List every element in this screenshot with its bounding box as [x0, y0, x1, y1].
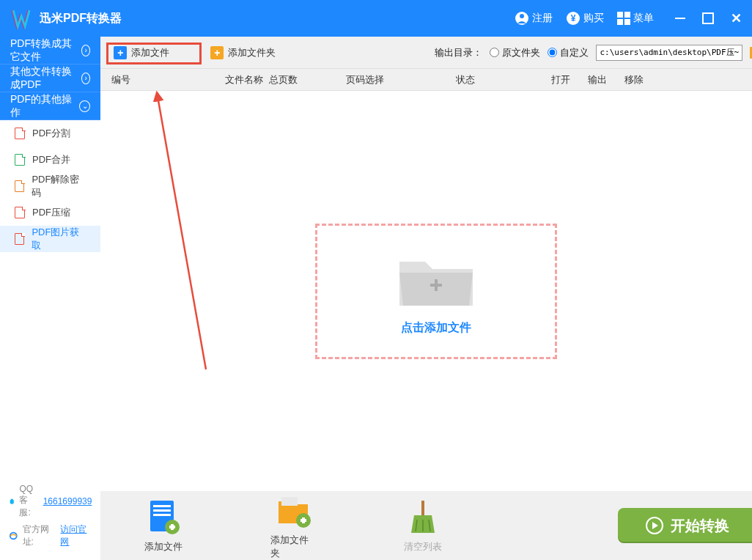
sidebar-item-unlock[interactable]: PDF解除密码: [0, 173, 100, 199]
buy-label: 购买: [583, 12, 604, 25]
drop-box[interactable]: 点击添加文件: [315, 224, 557, 359]
col-open: 打开: [551, 73, 588, 86]
sidebar-item-merge[interactable]: PDF合并: [0, 147, 100, 173]
qq-icon: [9, 495, 15, 507]
file-icon: [15, 180, 24, 192]
sidebar-group-label: PDF转换成其它文件: [10, 37, 81, 64]
col-number: 编号: [108, 73, 144, 86]
plus-icon: +: [114, 46, 127, 59]
svg-rect-9: [435, 279, 438, 291]
register-label: 注册: [532, 12, 553, 25]
play-icon: [646, 517, 663, 534]
ie-icon: [9, 531, 18, 541]
sidebar-group-pdf-ops[interactable]: PDF的其他操作 ⌄: [0, 92, 100, 120]
title-bar: 迅米PDF转换器 注册 ¥ 购买 菜单: [0, 0, 752, 37]
svg-point-6: [10, 533, 17, 539]
col-filename: 文件名称: [144, 73, 269, 86]
menu-label: 菜单: [633, 12, 654, 25]
sidebar-group-label: PDF的其他操作: [10, 93, 79, 119]
col-output: 输出: [588, 73, 624, 86]
qq-number-link[interactable]: 1661699939: [43, 496, 92, 506]
start-label: 开始转换: [671, 516, 729, 536]
radio-custom[interactable]: 自定义: [548, 46, 589, 59]
file-icon: [15, 233, 24, 245]
svg-text:¥: ¥: [571, 13, 576, 23]
sidebar-item-compress[interactable]: PDF压缩: [0, 199, 100, 226]
add-folder-label: 添加文件夹: [228, 46, 276, 59]
sidebar-item-label: PDF压缩: [32, 206, 70, 219]
qq-label: QQ 客服:: [19, 484, 38, 519]
col-status: 状态: [456, 73, 551, 86]
bottom-clear-button[interactable]: 清空列表: [404, 498, 442, 553]
svg-point-1: [520, 14, 524, 18]
svg-rect-11: [153, 505, 171, 507]
content-area: + 添加文件 + 添加文件夹 输出目录： 原文件夹 自定义 编号 文件名称: [100, 37, 752, 560]
output-path-input[interactable]: [596, 45, 742, 61]
bottom-btn-label: 添加文件夹: [270, 534, 316, 560]
file-icon: [15, 207, 25, 218]
radio-label: 原文件夹: [502, 46, 540, 59]
toolbar: + 添加文件 + 添加文件夹 输出目录： 原文件夹 自定义: [100, 37, 752, 69]
plus-icon: +: [210, 46, 224, 59]
sidebar-group-other-to-pdf[interactable]: 其他文件转换成PDF ›: [0, 65, 100, 92]
sidebar-item-label: PDF合并: [32, 153, 70, 166]
sidebar-footer: QQ 客服: 1661699939 官方网址: 访问官网: [0, 476, 100, 560]
site-link[interactable]: 访问官网: [60, 523, 92, 548]
svg-rect-12: [153, 509, 171, 512]
sidebar-item-split[interactable]: PDF分割: [0, 120, 100, 147]
broom-icon: [404, 498, 442, 536]
file-icon: [15, 128, 25, 139]
svg-line-7: [157, 92, 206, 369]
svg-rect-13: [153, 514, 171, 516]
chevron-right-icon: ›: [81, 73, 91, 84]
col-pages: 总页数: [269, 73, 346, 86]
file-icon: [15, 154, 25, 166]
svg-rect-21: [421, 501, 424, 515]
sidebar-item-extract-images[interactable]: PDF图片获取: [0, 226, 100, 252]
maximize-button[interactable]: [702, 12, 714, 24]
start-convert-button[interactable]: 开始转换: [618, 508, 752, 543]
drop-area: 点击添加文件: [100, 91, 752, 491]
sidebar-item-label: PDF图片获取: [32, 226, 86, 252]
drop-label: 点击添加文件: [401, 320, 471, 336]
add-folder-button[interactable]: + 添加文件夹: [204, 43, 281, 62]
bottom-btn-label: 清空列表: [404, 540, 442, 553]
app-title: 迅米PDF转换器: [40, 11, 122, 26]
sidebar: PDF转换成其它文件 › 其他文件转换成PDF › PDF的其他操作 ⌄ PDF…: [0, 37, 100, 560]
add-file-label: 添加文件: [131, 46, 169, 59]
col-page-select: 页码选择: [346, 73, 456, 86]
bottom-add-file-button[interactable]: 添加文件: [144, 498, 183, 553]
output-label: 输出目录：: [435, 46, 482, 59]
buy-button[interactable]: ¥ 购买: [566, 11, 604, 26]
chevron-down-icon: ⌄: [79, 100, 90, 112]
add-folder-icon: [274, 491, 312, 529]
sidebar-group-pdf-to-other[interactable]: PDF转换成其它文件 ›: [0, 37, 100, 65]
svg-rect-17: [281, 497, 298, 506]
svg-point-5: [10, 499, 13, 502]
chevron-right-icon: ›: [81, 45, 91, 56]
col-remove: 移除: [624, 73, 661, 86]
svg-rect-16: [171, 524, 174, 530]
folder-icon: [392, 247, 480, 313]
sidebar-group-label: 其他文件转换成PDF: [10, 65, 81, 92]
menu-button[interactable]: 菜单: [617, 12, 654, 25]
app-logo: [6, 4, 35, 33]
svg-rect-20: [302, 517, 305, 523]
site-label: 官方网址:: [23, 523, 56, 548]
radio-source-folder[interactable]: 原文件夹: [490, 46, 540, 59]
bottom-btn-label: 添加文件: [144, 540, 183, 553]
minimize-button[interactable]: [674, 12, 686, 24]
table-header: 编号 文件名称 总页数 页码选择 状态 打开 输出 移除: [100, 69, 752, 91]
add-file-button[interactable]: + 添加文件: [108, 43, 175, 62]
bottom-bar: 添加文件 添加文件夹 清空列表 开始转换: [100, 491, 752, 560]
menu-icon: [617, 12, 630, 25]
radio-label: 自定义: [560, 46, 589, 59]
close-button[interactable]: [730, 12, 742, 24]
sidebar-item-label: PDF分割: [32, 127, 70, 140]
register-button[interactable]: 注册: [515, 11, 553, 26]
sidebar-item-label: PDF解除密码: [32, 173, 86, 199]
bottom-add-folder-button[interactable]: 添加文件夹: [270, 491, 316, 560]
add-file-icon: [144, 498, 183, 536]
